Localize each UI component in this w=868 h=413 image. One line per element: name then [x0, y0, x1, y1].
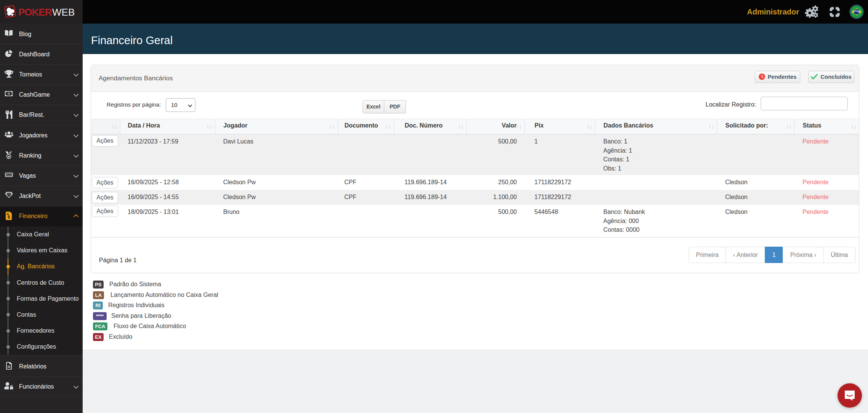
svg-text:$: $ [8, 215, 10, 219]
